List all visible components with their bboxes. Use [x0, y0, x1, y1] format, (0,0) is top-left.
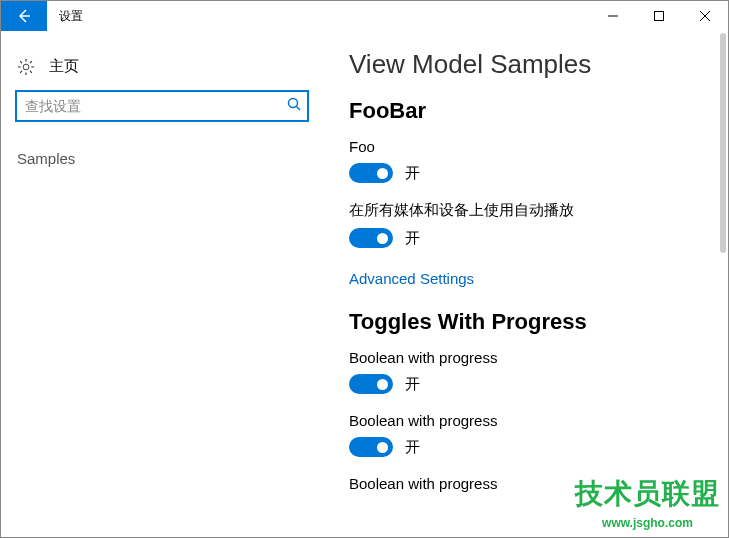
setting-bool1-row: 开	[349, 374, 708, 394]
toggle-knob-icon	[377, 233, 388, 244]
toggle-autoplay-state: 开	[405, 229, 420, 248]
toggle-knob-icon	[377, 379, 388, 390]
back-arrow-icon	[16, 8, 32, 24]
close-icon	[700, 11, 710, 21]
setting-autoplay-row: 开	[349, 228, 708, 248]
home-label: 主页	[49, 57, 79, 76]
svg-point-4	[23, 64, 29, 70]
search-wrap	[15, 90, 309, 122]
back-button[interactable]	[1, 1, 47, 31]
search-input[interactable]	[15, 90, 309, 122]
content-pane: View Model Samples FooBar Foo 开 在所有媒体和设备…	[323, 31, 728, 537]
sidebar: 主页 Samples	[1, 31, 323, 537]
window-title: 设置	[47, 1, 95, 31]
scrollbar-thumb[interactable]	[720, 33, 726, 253]
sidebar-item-samples[interactable]: Samples	[15, 144, 309, 173]
setting-foo-label: Foo	[349, 138, 708, 155]
toggle-foo-state: 开	[405, 164, 420, 183]
setting-autoplay-label: 在所有媒体和设备上使用自动播放	[349, 201, 708, 220]
settings-window: 设置 主页 Sampl	[0, 0, 729, 538]
toggle-bool1-state: 开	[405, 375, 420, 394]
setting-bool2-row: 开	[349, 437, 708, 457]
setting-foo-row: 开	[349, 163, 708, 183]
gear-icon	[17, 58, 35, 76]
setting-bool1-label: Boolean with progress	[349, 349, 708, 366]
section-foobar-title: FooBar	[349, 98, 708, 124]
section-toggles-title: Toggles With Progress	[349, 309, 708, 335]
page-title: View Model Samples	[349, 49, 708, 80]
advanced-settings-link[interactable]: Advanced Settings	[349, 270, 474, 287]
titlebar: 设置	[1, 1, 728, 31]
maximize-icon	[654, 11, 664, 21]
toggle-knob-icon	[377, 442, 388, 453]
setting-bool3-label: Boolean with progress	[349, 475, 708, 492]
close-button[interactable]	[682, 1, 728, 31]
titlebar-spacer	[95, 1, 590, 31]
toggle-bool1[interactable]	[349, 374, 393, 394]
toggle-bool2-state: 开	[405, 438, 420, 457]
toggle-knob-icon	[377, 168, 388, 179]
window-body: 主页 Samples View Model Samples FooBar Foo…	[1, 31, 728, 537]
minimize-icon	[608, 11, 618, 21]
home-nav-item[interactable]: 主页	[15, 51, 309, 90]
svg-rect-1	[655, 12, 664, 21]
minimize-button[interactable]	[590, 1, 636, 31]
toggle-bool2[interactable]	[349, 437, 393, 457]
maximize-button[interactable]	[636, 1, 682, 31]
setting-bool2-label: Boolean with progress	[349, 412, 708, 429]
toggle-foo[interactable]	[349, 163, 393, 183]
toggle-autoplay[interactable]	[349, 228, 393, 248]
